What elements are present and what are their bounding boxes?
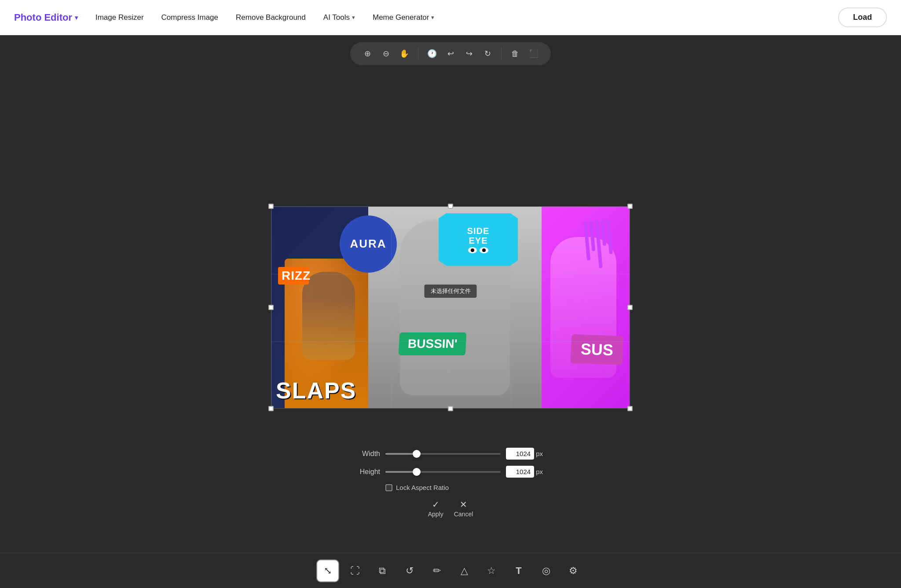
side-eye-text: SIDE EYE [467, 226, 490, 245]
eye-left [468, 247, 477, 253]
purple-lines [583, 219, 614, 269]
chevron-down-icon: ▾ [431, 14, 434, 21]
lock-aspect-label: Lock Aspect Ratio [396, 484, 449, 491]
toolbar-top: ⊕ ⊖ ✋ 🕐 ↩ ↪ ↻ 🗑 ⬛ [350, 42, 551, 65]
rizz-banner: RIZZ [278, 267, 309, 285]
apply-button[interactable]: ✓ Apply [428, 499, 443, 518]
nav-image-resizer[interactable]: Image Resizer [95, 13, 144, 22]
person-right-inner [537, 207, 630, 408]
navigation: Photo Editor ▾ Image Resizer Compress Im… [0, 0, 901, 35]
cancel-button[interactable]: ✕ Cancel [454, 499, 473, 518]
width-input-group: px [506, 448, 543, 460]
bussin-banner: BUSSIN' [399, 332, 467, 355]
canvas-area: ⊕ ⊖ ✋ 🕐 ↩ ↪ ↻ 🗑 ⬛ [0, 35, 901, 553]
resize-handle-br[interactable] [627, 406, 633, 411]
height-label: Height [358, 468, 380, 476]
redo2-button[interactable]: ↻ [479, 45, 496, 62]
resize-handle-bm[interactable] [448, 406, 453, 411]
zoom-out-icon: ⊖ [383, 49, 389, 58]
pan-icon: ✋ [399, 49, 409, 58]
nav-ai-tools-label: AI Tools [323, 13, 350, 22]
load-button[interactable]: Load [838, 7, 887, 27]
width-label: Width [358, 450, 380, 458]
zoom-in-button[interactable]: ⊕ [359, 45, 376, 62]
resize-handle-mr[interactable] [627, 305, 633, 310]
history-button[interactable]: 🕐 [424, 45, 440, 62]
slaps-text: SLAPS [276, 377, 356, 404]
apply-label: Apply [428, 511, 443, 518]
resize-handle-tm[interactable] [448, 204, 453, 209]
collage: RIZZ AURA SIDE EYE [271, 207, 630, 408]
undo-button[interactable]: ↩ [442, 45, 459, 62]
rizz-text: RIZZ [282, 269, 311, 282]
width-slider-thumb[interactable] [413, 450, 421, 458]
nav-compress-image[interactable]: Compress Image [161, 13, 218, 22]
nav-compress-image-label: Compress Image [161, 13, 218, 22]
sus-banner: SUS [571, 334, 623, 365]
zoom-in-icon: ⊕ [364, 49, 371, 58]
toolbar-divider-2 [501, 47, 502, 60]
height-px-label: px [536, 468, 543, 475]
nav-meme-generator-label: Meme Generator [373, 13, 429, 22]
width-slider-fill [385, 453, 417, 455]
person-right [537, 207, 630, 408]
purple-line-4 [601, 219, 606, 245]
resize-handle-bl[interactable] [268, 406, 274, 411]
eyes-row [468, 247, 488, 253]
nav-meme-generator[interactable]: Meme Generator ▾ [373, 13, 435, 22]
pan-button[interactable]: ✋ [396, 45, 413, 62]
purple-line-2 [589, 220, 595, 251]
resize-handle-tr[interactable] [627, 204, 633, 209]
height-control-row: Height px [358, 466, 543, 478]
delete-all-button[interactable]: ⬛ [525, 45, 542, 62]
nav-remove-background-label: Remove Background [236, 13, 306, 22]
height-slider-thumb[interactable] [413, 468, 421, 476]
pupil-right [482, 248, 486, 252]
check-icon: ✓ [432, 499, 440, 510]
width-slider-track[interactable] [385, 453, 501, 455]
eye-right [480, 247, 488, 253]
toolbar-divider [418, 47, 418, 60]
redo-button[interactable]: ↪ [461, 45, 477, 62]
zoom-out-button[interactable]: ⊖ [377, 45, 394, 62]
lock-aspect-row: Lock Aspect Ratio [358, 484, 543, 491]
chevron-down-icon: ▾ [352, 14, 355, 21]
width-control-row: Width px [358, 448, 543, 460]
nav-image-resizer-label: Image Resizer [95, 13, 144, 22]
person-left-silhouette [302, 272, 355, 360]
height-slider-fill [385, 471, 417, 473]
image-canvas[interactable]: RIZZ AURA SIDE EYE [271, 206, 630, 409]
cancel-label: Cancel [454, 511, 473, 518]
redo-icon: ↪ [466, 49, 472, 58]
lock-aspect-checkbox[interactable] [385, 484, 392, 491]
nav-ai-tools[interactable]: AI Tools ▾ [323, 13, 355, 22]
history-icon: 🕐 [427, 49, 437, 58]
width-px-label: px [536, 450, 543, 457]
pupil-left [471, 248, 474, 252]
height-input-group: px [506, 466, 543, 478]
height-input[interactable] [506, 466, 534, 478]
aura-circle: AURA [340, 215, 397, 273]
logo-chevron: ▾ [75, 14, 78, 21]
delete-all-icon: ⬛ [529, 49, 538, 58]
image-canvas-wrapper: RIZZ AURA SIDE EYE [271, 206, 630, 409]
delete-icon: 🗑 [511, 49, 519, 58]
logo-text: Photo Editor [14, 12, 72, 23]
undo-icon: ↩ [447, 49, 454, 58]
nav-remove-background[interactable]: Remove Background [236, 13, 306, 22]
resize-controls: Width px Height px Lock [358, 448, 543, 518]
apply-cancel-row: ✓ Apply ✕ Cancel [358, 499, 543, 518]
logo[interactable]: Photo Editor ▾ [14, 12, 78, 23]
side-eye-badge: SIDE EYE [439, 213, 518, 266]
close-icon: ✕ [460, 499, 467, 510]
width-input[interactable] [506, 448, 534, 460]
aura-text: AURA [350, 237, 386, 251]
height-slider-track[interactable] [385, 471, 501, 473]
redo2-icon: ↻ [484, 49, 491, 58]
delete-button[interactable]: 🗑 [507, 45, 524, 62]
file-tooltip: 未选择任何文件 [425, 285, 477, 298]
resize-handle-tl[interactable] [268, 204, 274, 209]
resize-handle-ml[interactable] [268, 305, 274, 310]
